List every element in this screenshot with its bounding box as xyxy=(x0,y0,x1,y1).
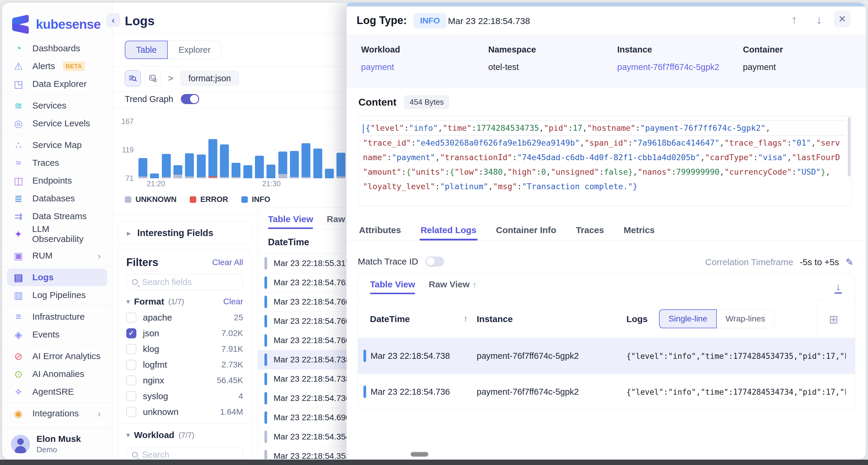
log-content-code[interactable]: {"level":"info","time":1774284534735,"pi… xyxy=(359,116,852,206)
trend-bar[interactable] xyxy=(197,154,206,178)
filter-option-logfmt[interactable]: logfmt2.73K xyxy=(118,357,251,373)
sidebar-item-log-pipelines[interactable]: ▥Log Pipelines xyxy=(7,286,107,304)
brand[interactable]: kubesense xyxy=(2,3,112,35)
match-trace-id-toggle[interactable] xyxy=(426,257,444,267)
tab-related-raw-view[interactable]: Raw View↑ xyxy=(429,279,476,294)
log-row[interactable]: Mar 23 22:18:54.760 xyxy=(258,312,346,331)
trend-bar[interactable] xyxy=(174,165,182,178)
trend-bar[interactable] xyxy=(313,149,322,178)
log-row[interactable]: Mar 23 22:18:54.760 xyxy=(258,292,346,312)
query-chip[interactable]: format:json xyxy=(181,71,239,86)
sidebar-item-databases[interactable]: ≣Databases xyxy=(7,190,107,207)
filter-option-syslog[interactable]: syslog4 xyxy=(118,388,251,404)
log-row[interactable]: Mar 23 22:18:54.736 xyxy=(258,389,346,408)
tab-explorer[interactable]: Explorer xyxy=(168,40,221,59)
log-row[interactable]: Mar 23 22:18:54.354 xyxy=(258,427,346,446)
sidebar-item-service-levels[interactable]: ◎Service Levels xyxy=(7,114,107,132)
trend-bar[interactable] xyxy=(337,153,345,178)
trend-bar[interactable] xyxy=(325,169,334,178)
trend-bar[interactable] xyxy=(220,144,229,178)
edit-timeframe-icon[interactable]: ✎ xyxy=(845,257,854,268)
list-search-toggle-button[interactable] xyxy=(125,70,141,86)
code-search-toggle-button[interactable] xyxy=(145,70,161,86)
format-section-header[interactable]: ▾ Format (1/7) Clear xyxy=(118,294,251,310)
trend-bar[interactable] xyxy=(278,151,287,178)
sidebar-item-events[interactable]: ◈Events xyxy=(7,326,107,343)
sidebar-item-ai-anomalies[interactable]: ⊙AI Anomalies xyxy=(7,365,107,383)
log-row[interactable]: Mar 23 22:18:54.353 xyxy=(258,446,346,459)
trend-bar[interactable] xyxy=(255,156,264,178)
filter-option-json[interactable]: ✓json7.02K xyxy=(118,325,251,341)
sidebar-item-agentsre[interactable]: ✧AgentSRE xyxy=(7,383,107,401)
sidebar-item-data-explorer[interactable]: ◳Data Explorer xyxy=(7,75,107,93)
sidebar-collapse-button[interactable]: ‹ xyxy=(106,13,120,27)
sidebar-item-infrastructure[interactable]: ≡Infrastructure xyxy=(7,308,107,326)
trend-bar[interactable] xyxy=(138,158,147,178)
trend-bar[interactable] xyxy=(302,143,310,178)
sort-ascending-icon[interactable]: ↑ xyxy=(464,314,468,323)
checkbox[interactable] xyxy=(126,375,136,385)
scrollbar-handle[interactable] xyxy=(410,452,429,457)
sidebar-item-data-streams[interactable]: ⇉Data Streams xyxy=(7,207,107,225)
tab-table-view[interactable]: Table View xyxy=(268,214,313,229)
tab-related-table-view[interactable]: Table View xyxy=(370,279,415,294)
format-clear-button[interactable]: Clear xyxy=(223,297,243,306)
filter-option-klog[interactable]: klog7.91K xyxy=(118,341,251,357)
sidebar-item-alerts[interactable]: ⚠AlertsBETA xyxy=(7,57,107,75)
column-datetime[interactable]: DateTime xyxy=(370,314,410,324)
checkbox[interactable]: ✓ xyxy=(126,328,136,338)
log-row[interactable]: Mar 23 22:18:54.761 xyxy=(258,273,346,292)
trend-bar[interactable] xyxy=(243,165,252,178)
checkbox[interactable] xyxy=(126,344,136,354)
tab-metrics[interactable]: Metrics xyxy=(622,221,656,240)
tab-related-logs[interactable]: Related Logs xyxy=(420,221,477,240)
sidebar-item-endpoints[interactable]: ◫Endpoints xyxy=(7,172,107,190)
sidebar-item-integrations[interactable]: ◉Integrations› xyxy=(7,405,107,422)
log-row[interactable]: Mar 23 22:18:54.738 xyxy=(258,370,346,389)
wrap-lines-button[interactable]: Wrap-lines xyxy=(717,309,774,328)
related-log-row[interactable]: Mar 23 22:18:54.738payment-76f7ff674c-5g… xyxy=(358,338,855,374)
checkbox[interactable] xyxy=(126,407,136,417)
filter-option-apache[interactable]: apache25 xyxy=(118,310,251,325)
column-settings-icon[interactable]: ⊞ xyxy=(829,313,838,326)
close-panel-button[interactable]: ✕ xyxy=(834,11,850,27)
single-line-button[interactable]: Single-line xyxy=(659,309,717,328)
log-row[interactable]: Mar 23 22:18:54.690 xyxy=(258,408,346,427)
clear-all-button[interactable]: Clear All xyxy=(212,258,243,267)
log-row[interactable]: Mar 23 22:18:54.760 xyxy=(258,331,346,350)
sidebar-item-dashboards[interactable]: ◔Dashboards xyxy=(7,39,107,57)
sidebar-item-llm-observability[interactable]: ✦LLM Observability xyxy=(7,225,107,243)
next-log-button[interactable]: ↓ xyxy=(816,13,822,26)
sidebar-item-logs[interactable]: ▤Logs xyxy=(7,268,107,286)
download-icon[interactable]: ↓ xyxy=(835,282,842,294)
sidebar-item-rum[interactable]: ▣RUM› xyxy=(7,247,107,264)
interesting-fields-section[interactable]: ▸ Interesting Fields xyxy=(118,222,252,245)
trend-graph-toggle[interactable] xyxy=(181,94,199,104)
trend-bar[interactable] xyxy=(290,151,299,178)
log-row[interactable]: Mar 23 22:18:55.317 xyxy=(258,254,346,273)
trend-bar[interactable] xyxy=(231,163,241,178)
previous-log-button[interactable]: ↑ xyxy=(791,13,797,26)
user-profile[interactable]: Elon Musk Demo xyxy=(2,429,112,459)
related-log-row[interactable]: Mar 23 22:18:54.736payment-76f7ff674c-5g… xyxy=(358,374,855,409)
checkbox[interactable] xyxy=(126,391,136,401)
checkbox[interactable] xyxy=(126,313,136,323)
filter-search-input[interactable] xyxy=(142,277,238,287)
tab-raw-view[interactable]: Raw View xyxy=(327,214,346,229)
trend-bar[interactable] xyxy=(150,173,159,178)
trend-bar[interactable] xyxy=(162,154,171,178)
filter-option-nginx[interactable]: nginx56.45K xyxy=(118,373,251,388)
trend-bar[interactable] xyxy=(185,153,194,178)
trend-bar[interactable] xyxy=(208,139,217,178)
tab-table[interactable]: Table xyxy=(125,40,168,59)
workload-section-header[interactable]: ▾ Workload (7/7) xyxy=(118,427,251,443)
sidebar-item-ai-error-analytics[interactable]: ⊘AI Error Analytics xyxy=(7,347,107,365)
tab-traces[interactable]: Traces xyxy=(575,221,605,240)
checkbox[interactable] xyxy=(126,360,136,370)
log-row[interactable]: Mar 23 22:18:54.738 xyxy=(258,350,346,370)
trend-bar[interactable] xyxy=(267,165,275,178)
meta-value[interactable]: payment-76f7ff674c-5gpk2 xyxy=(617,62,719,72)
workload-search-input[interactable] xyxy=(142,450,238,460)
meta-value[interactable]: payment xyxy=(361,62,400,72)
tab-container-info[interactable]: Container Info xyxy=(495,221,557,240)
